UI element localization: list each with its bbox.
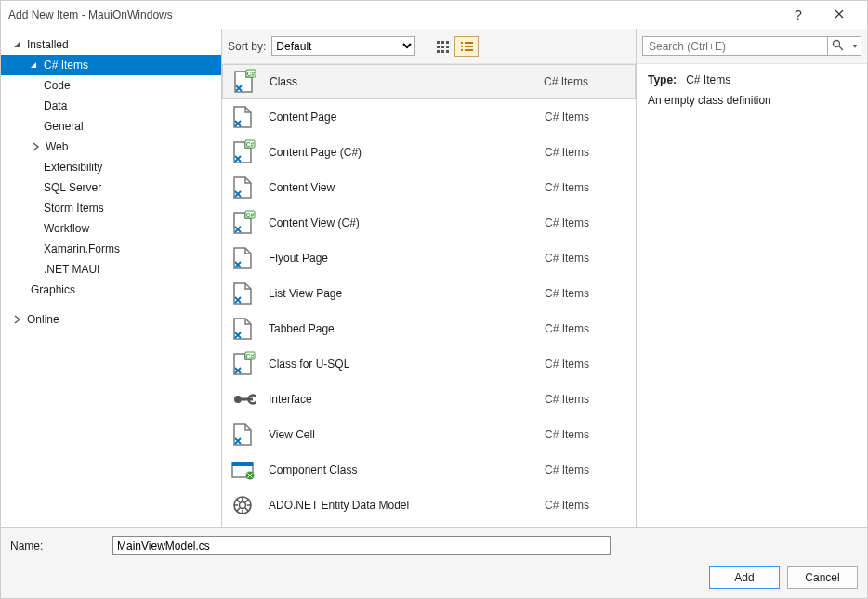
component-icon <box>230 457 256 483</box>
tree-item-dotnet-maui[interactable]: .NET MAUI <box>1 259 221 280</box>
tree-label: Online <box>27 313 59 326</box>
template-item[interactable]: View CellC# Items <box>222 417 636 452</box>
details-body: Type: C# Items An empty class definition <box>637 64 867 116</box>
window-title: Add New Item - MauiOnWindows <box>8 8 778 21</box>
tree-item-online[interactable]: Online <box>1 309 221 330</box>
template-item-category: C# Items <box>545 322 628 335</box>
template-item-name: Tabbed Page <box>269 322 545 335</box>
tree-label: Web <box>46 140 68 153</box>
template-item-name: Content Page (C#) <box>269 146 545 159</box>
view-grid-button[interactable] <box>430 36 454 57</box>
class-cs-icon: C# <box>230 210 256 236</box>
svg-rect-3 <box>437 46 440 48</box>
view-list-button[interactable] <box>454 36 479 57</box>
tree-label: SQL Server <box>44 181 101 194</box>
template-item-category: C# Items <box>545 111 628 124</box>
sort-by-select[interactable]: Default <box>271 36 415 56</box>
template-item[interactable]: Component ClassC# Items <box>222 452 636 488</box>
tree-item-code[interactable]: Code <box>1 75 221 96</box>
tree-label: .NET MAUI <box>44 263 99 276</box>
svg-rect-7 <box>441 50 444 53</box>
tree-item-installed[interactable]: Installed <box>1 34 221 55</box>
interface-icon <box>230 386 256 412</box>
name-input[interactable] <box>112 536 611 555</box>
template-item[interactable]: C#Content View (C#)C# Items <box>222 205 636 241</box>
tree-item-extensibility[interactable]: Extensibility <box>1 157 221 177</box>
svg-rect-14 <box>465 49 473 51</box>
tree-label: Workflow <box>44 222 89 235</box>
name-row: Name: <box>10 536 858 555</box>
template-item[interactable]: Content ViewC# Items <box>222 170 636 205</box>
titlebar: Add New Item - MauiOnWindows ? <box>1 1 867 29</box>
template-item-category: C# Items <box>545 146 628 159</box>
svg-rect-13 <box>461 49 463 51</box>
svg-point-32 <box>834 40 840 46</box>
search-button[interactable] <box>827 37 848 55</box>
close-button[interactable] <box>819 1 860 29</box>
button-row: Add Cancel <box>10 566 858 589</box>
template-item-category: C# Items <box>545 287 628 300</box>
template-item[interactable]: Content PageC# Items <box>222 99 636 135</box>
chevron-right-icon <box>10 313 23 326</box>
template-item-name: Class <box>270 75 544 88</box>
template-item[interactable]: C#ClassC# Items <box>222 64 636 99</box>
help-button[interactable]: ? <box>778 1 819 29</box>
svg-point-30 <box>240 501 246 508</box>
class-cs-icon: C# <box>230 139 256 165</box>
cancel-button[interactable]: Cancel <box>787 566 858 589</box>
template-item[interactable]: ADO.NET Entity Data ModelC# Items <box>222 488 636 523</box>
search-input[interactable] <box>643 40 827 53</box>
list-icon <box>460 40 473 53</box>
tree-item-data[interactable]: Data <box>1 96 221 116</box>
svg-rect-0 <box>437 41 440 44</box>
tree-label: Data <box>44 99 67 112</box>
tree-item-csharp-items[interactable]: C# Items <box>1 55 221 75</box>
tree-label: Installed <box>27 38 69 51</box>
xaml-page-icon <box>230 422 256 448</box>
tree-label: Code <box>44 79 71 92</box>
template-item[interactable]: C#Content Page (C#)C# Items <box>222 135 636 170</box>
tree-label: Xamarin.Forms <box>44 242 120 255</box>
template-item[interactable]: Tabbed PageC# Items <box>222 311 636 346</box>
entity-icon <box>230 492 256 518</box>
search-toolbar: ▾ <box>637 29 867 64</box>
svg-line-33 <box>839 46 843 50</box>
tree-item-workflow[interactable]: Workflow <box>1 218 221 239</box>
search-dropdown-button[interactable]: ▾ <box>848 37 861 55</box>
template-item[interactable]: InterfaceC# Items <box>222 382 636 417</box>
center-toolbar: Sort by: Default <box>222 29 636 64</box>
template-item-name: View Cell <box>269 428 545 441</box>
svg-text:C#: C# <box>246 352 255 358</box>
class-cs-icon: C# <box>230 69 256 95</box>
template-item-category: C# Items <box>544 75 627 88</box>
tree-item-storm-items[interactable]: Storm Items <box>1 198 221 218</box>
tree-item-web[interactable]: Web <box>1 137 221 157</box>
details-panel: ▾ Type: C# Items An empty class definiti… <box>637 29 867 527</box>
template-item-category: C# Items <box>545 393 628 406</box>
svg-rect-12 <box>465 46 473 47</box>
svg-text:C#: C# <box>246 140 255 147</box>
template-item-name: Flyout Page <box>269 252 545 265</box>
close-icon <box>835 8 844 21</box>
type-label: Type: <box>648 73 677 86</box>
help-icon: ? <box>795 7 802 22</box>
tree-label: Extensibility <box>44 161 102 174</box>
name-label: Name: <box>10 540 103 553</box>
template-item-category: C# Items <box>545 252 628 265</box>
template-item[interactable]: Flyout PageC# Items <box>222 241 636 276</box>
class-cs-icon: C# <box>230 351 256 377</box>
svg-rect-27 <box>232 462 253 466</box>
template-item[interactable]: List View PageC# Items <box>222 276 636 311</box>
tree-item-sql-server[interactable]: SQL Server <box>1 177 221 198</box>
svg-rect-5 <box>446 46 449 48</box>
tree-item-general[interactable]: General <box>1 116 221 137</box>
xaml-page-icon <box>230 280 256 306</box>
add-button[interactable]: Add <box>709 566 780 589</box>
tree-item-xamarin-forms[interactable]: Xamarin.Forms <box>1 239 221 259</box>
template-item-category: C# Items <box>545 463 628 476</box>
tree-item-graphics[interactable]: Graphics <box>1 280 221 300</box>
svg-rect-4 <box>441 46 444 48</box>
template-list[interactable]: C#ClassC# ItemsContent PageC# ItemsC#Con… <box>222 64 636 527</box>
template-item-category: C# Items <box>545 216 628 229</box>
template-item[interactable]: C#Class for U-SQLC# Items <box>222 346 636 382</box>
